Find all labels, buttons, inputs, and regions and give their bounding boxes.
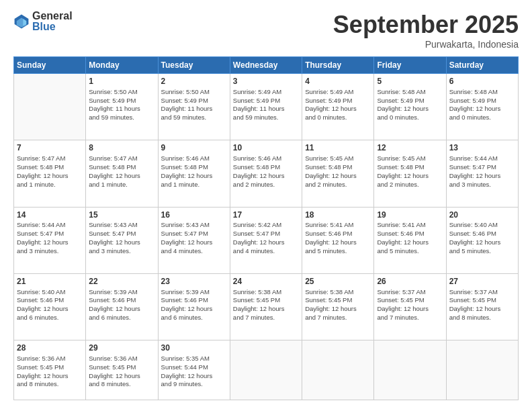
calendar-body: 1Sunrise: 5:50 AMSunset: 5:49 PMDaylight… [14, 74, 519, 400]
day-cell: 29Sunrise: 5:36 AMSunset: 5:45 PMDayligh… [86, 340, 158, 400]
day-cell: 23Sunrise: 5:39 AMSunset: 5:46 PMDayligh… [158, 273, 230, 340]
day-cell [14, 74, 86, 140]
day-number: 3 [233, 76, 299, 87]
day-number: 9 [161, 142, 227, 154]
title-section: September 2025 Purwakarta, Indonesia [333, 11, 519, 50]
day-info: Sunrise: 5:36 AMSunset: 5:45 PMDaylight:… [89, 355, 154, 389]
day-number: 13 [449, 142, 515, 154]
day-cell: 4Sunrise: 5:49 AMSunset: 5:49 PMDaylight… [302, 74, 374, 140]
day-info: Sunrise: 5:44 AMSunset: 5:47 PMDaylight:… [17, 221, 83, 255]
day-number: 2 [161, 76, 227, 87]
calendar-table: Sunday Monday Tuesday Wednesday Thursday… [13, 56, 519, 400]
day-number: 23 [161, 276, 227, 287]
day-info: Sunrise: 5:50 AMSunset: 5:49 PMDaylight:… [89, 88, 154, 122]
day-cell: 13Sunrise: 5:44 AMSunset: 5:47 PMDayligh… [446, 140, 518, 207]
header: General Blue September 2025 Purwakarta, … [13, 11, 519, 50]
col-saturday: Saturday [446, 57, 518, 74]
day-cell: 27Sunrise: 5:37 AMSunset: 5:45 PMDayligh… [446, 273, 518, 340]
day-info: Sunrise: 5:47 AMSunset: 5:48 PMDaylight:… [89, 154, 154, 189]
day-info: Sunrise: 5:45 AMSunset: 5:48 PMDaylight:… [305, 154, 371, 189]
day-number: 5 [377, 76, 443, 87]
day-info: Sunrise: 5:43 AMSunset: 5:47 PMDaylight:… [161, 221, 227, 255]
day-cell: 25Sunrise: 5:38 AMSunset: 5:45 PMDayligh… [302, 273, 374, 340]
subtitle: Purwakarta, Indonesia [333, 39, 519, 50]
day-info: Sunrise: 5:44 AMSunset: 5:47 PMDaylight:… [449, 154, 515, 189]
day-info: Sunrise: 5:41 AMSunset: 5:46 PMDaylight:… [377, 221, 443, 255]
day-info: Sunrise: 5:45 AMSunset: 5:48 PMDaylight:… [377, 154, 443, 189]
logo-icon [13, 13, 30, 30]
day-cell [302, 340, 374, 400]
day-cell: 9Sunrise: 5:46 AMSunset: 5:48 PMDaylight… [158, 140, 230, 207]
day-info: Sunrise: 5:37 AMSunset: 5:45 PMDaylight:… [449, 288, 515, 322]
day-cell: 14Sunrise: 5:44 AMSunset: 5:47 PMDayligh… [14, 207, 86, 273]
col-wednesday: Wednesday [230, 57, 302, 74]
day-info: Sunrise: 5:38 AMSunset: 5:45 PMDaylight:… [233, 288, 299, 322]
day-info: Sunrise: 5:39 AMSunset: 5:46 PMDaylight:… [161, 288, 227, 322]
week-row-1: 1Sunrise: 5:50 AMSunset: 5:49 PMDaylight… [14, 74, 519, 140]
day-number: 25 [305, 276, 371, 287]
day-cell: 10Sunrise: 5:46 AMSunset: 5:48 PMDayligh… [230, 140, 302, 207]
day-info: Sunrise: 5:50 AMSunset: 5:49 PMDaylight:… [161, 88, 227, 122]
day-number: 1 [89, 76, 154, 87]
logo-general-text: General [32, 11, 73, 21]
day-number: 22 [89, 276, 154, 287]
day-number: 26 [377, 276, 443, 287]
day-cell: 22Sunrise: 5:39 AMSunset: 5:46 PMDayligh… [86, 273, 158, 340]
day-number: 27 [449, 276, 515, 287]
day-number: 19 [377, 210, 443, 221]
logo-blue-text: Blue [32, 21, 73, 32]
day-cell: 8Sunrise: 5:47 AMSunset: 5:48 PMDaylight… [86, 140, 158, 207]
week-row-3: 14Sunrise: 5:44 AMSunset: 5:47 PMDayligh… [14, 207, 519, 273]
col-sunday: Sunday [14, 57, 86, 74]
day-cell: 11Sunrise: 5:45 AMSunset: 5:48 PMDayligh… [302, 140, 374, 207]
day-cell: 24Sunrise: 5:38 AMSunset: 5:45 PMDayligh… [230, 273, 302, 340]
day-number: 8 [89, 142, 154, 154]
day-cell: 26Sunrise: 5:37 AMSunset: 5:45 PMDayligh… [374, 273, 446, 340]
day-number: 16 [161, 210, 227, 221]
col-friday: Friday [374, 57, 446, 74]
week-row-5: 28Sunrise: 5:36 AMSunset: 5:45 PMDayligh… [14, 340, 519, 400]
day-cell: 7Sunrise: 5:47 AMSunset: 5:48 PMDaylight… [14, 140, 86, 207]
day-cell [374, 340, 446, 400]
col-tuesday: Tuesday [158, 57, 230, 74]
day-info: Sunrise: 5:46 AMSunset: 5:48 PMDaylight:… [233, 154, 299, 189]
day-number: 14 [17, 210, 83, 221]
day-cell: 18Sunrise: 5:41 AMSunset: 5:46 PMDayligh… [302, 207, 374, 273]
day-info: Sunrise: 5:47 AMSunset: 5:48 PMDaylight:… [17, 154, 83, 189]
day-cell: 20Sunrise: 5:40 AMSunset: 5:46 PMDayligh… [446, 207, 518, 273]
month-title: September 2025 [333, 11, 519, 39]
calendar-header: Sunday Monday Tuesday Wednesday Thursday… [14, 57, 519, 74]
day-cell: 1Sunrise: 5:50 AMSunset: 5:49 PMDaylight… [86, 74, 158, 140]
day-info: Sunrise: 5:40 AMSunset: 5:46 PMDaylight:… [17, 288, 83, 322]
day-info: Sunrise: 5:35 AMSunset: 5:44 PMDaylight:… [161, 355, 227, 389]
day-cell: 2Sunrise: 5:50 AMSunset: 5:49 PMDaylight… [158, 74, 230, 140]
col-thursday: Thursday [302, 57, 374, 74]
day-info: Sunrise: 5:37 AMSunset: 5:45 PMDaylight:… [377, 288, 443, 322]
day-cell: 19Sunrise: 5:41 AMSunset: 5:46 PMDayligh… [374, 207, 446, 273]
day-cell: 21Sunrise: 5:40 AMSunset: 5:46 PMDayligh… [14, 273, 86, 340]
day-cell: 3Sunrise: 5:49 AMSunset: 5:49 PMDaylight… [230, 74, 302, 140]
day-cell: 28Sunrise: 5:36 AMSunset: 5:45 PMDayligh… [14, 340, 86, 400]
day-info: Sunrise: 5:43 AMSunset: 5:47 PMDaylight:… [89, 221, 154, 255]
page: General Blue September 2025 Purwakarta, … [0, 0, 532, 411]
day-info: Sunrise: 5:49 AMSunset: 5:49 PMDaylight:… [233, 88, 299, 122]
day-cell: 12Sunrise: 5:45 AMSunset: 5:48 PMDayligh… [374, 140, 446, 207]
week-row-4: 21Sunrise: 5:40 AMSunset: 5:46 PMDayligh… [14, 273, 519, 340]
day-number: 17 [233, 210, 299, 221]
logo: General Blue [13, 11, 73, 32]
day-info: Sunrise: 5:36 AMSunset: 5:45 PMDaylight:… [17, 355, 83, 389]
day-number: 28 [17, 342, 83, 354]
day-info: Sunrise: 5:46 AMSunset: 5:48 PMDaylight:… [161, 154, 227, 189]
day-info: Sunrise: 5:38 AMSunset: 5:45 PMDaylight:… [305, 288, 371, 322]
day-info: Sunrise: 5:48 AMSunset: 5:49 PMDaylight:… [377, 88, 443, 122]
day-number: 29 [89, 342, 154, 354]
day-info: Sunrise: 5:42 AMSunset: 5:47 PMDaylight:… [233, 221, 299, 255]
col-monday: Monday [86, 57, 158, 74]
day-number: 21 [17, 276, 83, 287]
logo-text: General Blue [32, 11, 73, 32]
day-number: 30 [161, 342, 227, 354]
day-cell: 16Sunrise: 5:43 AMSunset: 5:47 PMDayligh… [158, 207, 230, 273]
day-number: 11 [305, 142, 371, 154]
day-cell: 5Sunrise: 5:48 AMSunset: 5:49 PMDaylight… [374, 74, 446, 140]
day-info: Sunrise: 5:40 AMSunset: 5:46 PMDaylight:… [449, 221, 515, 255]
